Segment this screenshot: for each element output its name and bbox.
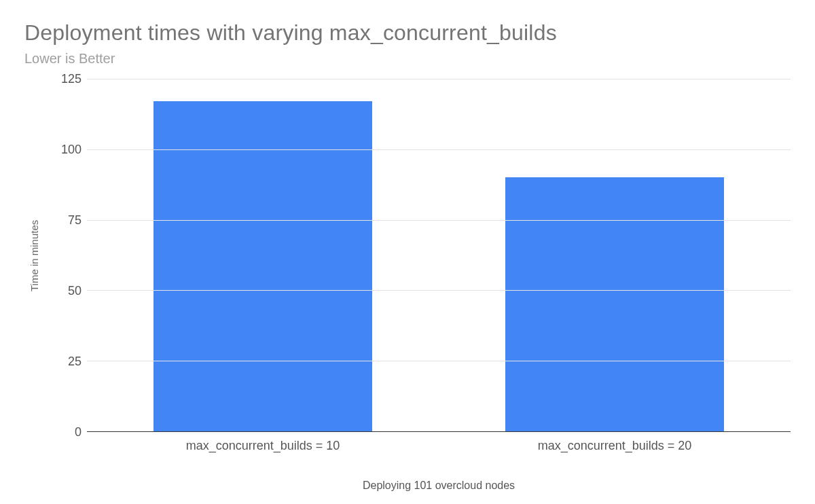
chart-container: Deployment times with varying max_concur… (0, 0, 815, 504)
x-axis-ticks: max_concurrent_builds = 10max_concurrent… (87, 432, 791, 461)
bars-group (87, 79, 791, 431)
x-tick-label: max_concurrent_builds = 20 (439, 432, 791, 461)
y-tick-label: 75 (68, 213, 82, 228)
y-tick-label: 50 (68, 284, 82, 298)
y-tick-label: 0 (75, 425, 82, 439)
y-tick-label: 25 (68, 355, 82, 369)
bar-slot (439, 79, 791, 431)
chart-subtitle: Lower is Better (24, 51, 791, 67)
gridline (87, 149, 791, 150)
y-axis-label: Time in minutes (24, 79, 39, 432)
x-axis-label: Deploying 101 overcloud nodes (87, 480, 791, 492)
gridline (87, 220, 791, 221)
x-tick-label: max_concurrent_builds = 10 (87, 432, 439, 461)
plot-outer: Time in minutes 0255075100125 (24, 79, 791, 432)
y-axis-ticks: 0255075100125 (39, 79, 87, 432)
plot-area (87, 79, 791, 432)
bar (505, 177, 723, 431)
y-tick-label: 100 (61, 143, 82, 157)
gridline (87, 79, 791, 79)
gridline (87, 361, 791, 361)
chart-title: Deployment times with varying max_concur… (24, 20, 791, 46)
bar-slot (87, 79, 439, 431)
y-tick-label: 125 (61, 72, 82, 86)
bar (153, 101, 372, 431)
gridline (87, 290, 791, 291)
